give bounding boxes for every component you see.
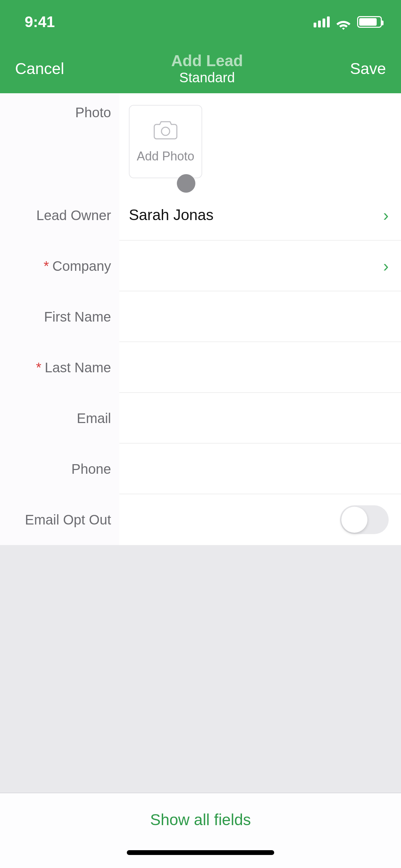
first-name-label: First Name — [0, 291, 119, 342]
add-photo-label: Add Photo — [137, 149, 194, 164]
status-time: 9:41 — [25, 13, 55, 31]
last-name-row[interactable]: * Last Name — [0, 342, 401, 393]
home-indicator-area — [0, 846, 401, 868]
footer: Show all fields — [0, 793, 401, 846]
phone-row[interactable]: Phone — [0, 444, 401, 494]
photo-row: Photo Add Photo — [0, 93, 401, 190]
cancel-button[interactable]: Cancel — [15, 59, 64, 78]
page-title: Add Lead — [171, 52, 243, 70]
nav-bar: Cancel Add Lead Standard Save — [0, 44, 401, 93]
svg-point-0 — [161, 127, 170, 135]
photo-value: Add Photo — [119, 93, 401, 190]
status-right — [314, 16, 382, 28]
email-opt-out-label: Email Opt Out — [0, 494, 119, 545]
company-row[interactable]: * Company › — [0, 241, 401, 291]
add-photo-button[interactable]: Add Photo — [129, 105, 202, 178]
lead-owner-row[interactable]: Lead Owner Sarah Jonas › — [0, 190, 401, 241]
chevron-right-icon: › — [383, 256, 389, 275]
lead-owner-value: Sarah Jonas — [129, 206, 214, 224]
photo-label: Photo — [0, 93, 119, 190]
nav-title-group: Add Lead Standard — [171, 52, 243, 86]
battery-icon — [357, 16, 382, 28]
chevron-right-icon: › — [383, 206, 389, 225]
form: Photo Add Photo Lead Owner Sarah Jonas › — [0, 93, 401, 545]
last-name-label: * Last Name — [0, 342, 119, 393]
page-subtitle: Standard — [179, 70, 235, 85]
required-mark: * — [44, 258, 49, 274]
required-mark: * — [36, 360, 41, 375]
email-opt-out-toggle[interactable] — [340, 505, 389, 534]
email-opt-out-row: Email Opt Out — [0, 494, 401, 545]
status-bar: 9:41 — [0, 0, 401, 44]
cellular-icon — [314, 16, 330, 27]
email-label: Email — [0, 393, 119, 444]
company-label: * Company — [0, 241, 119, 291]
camera-icon — [153, 120, 178, 142]
lead-owner-label: Lead Owner — [0, 190, 119, 241]
wifi-icon — [336, 16, 351, 28]
email-row[interactable]: Email — [0, 393, 401, 444]
save-button[interactable]: Save — [350, 59, 386, 78]
phone-label: Phone — [0, 444, 119, 494]
owner-avatar-icon — [177, 174, 195, 193]
show-all-fields-button[interactable]: Show all fields — [150, 810, 251, 829]
home-indicator[interactable] — [127, 850, 274, 855]
content-spacer — [0, 545, 401, 793]
screen: 9:41 Cancel Add Lead Standard Save Photo — [0, 0, 401, 868]
first-name-row[interactable]: First Name — [0, 291, 401, 342]
